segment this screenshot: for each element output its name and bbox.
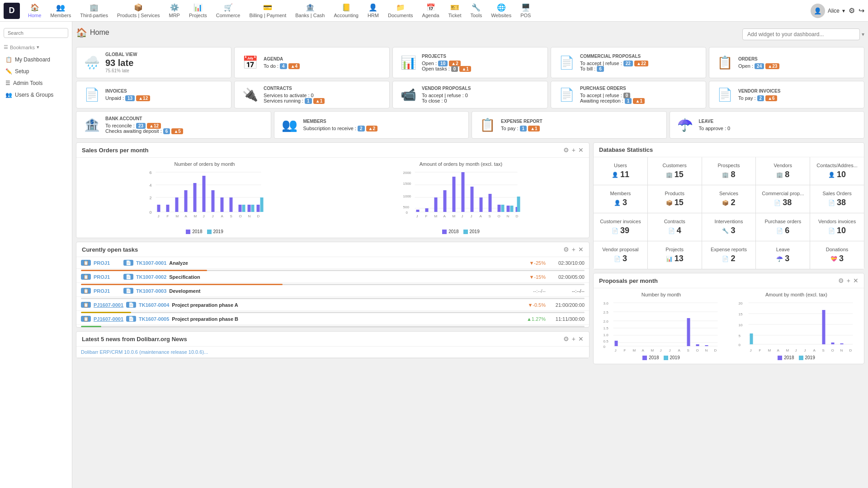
nav-item-projects[interactable]: 📊 Projects	[184, 1, 212, 20]
nav-item-ticket[interactable]: 🎫 Ticket	[444, 1, 466, 20]
svg-text:M: M	[194, 214, 197, 218]
sidebar-item-dashboard[interactable]: 📋 My Dashboard	[0, 54, 72, 66]
add-widget-input[interactable]	[742, 28, 860, 40]
sales-add-btn[interactable]: +	[572, 146, 576, 154]
task-ticket-id[interactable]: TK1007-0001	[136, 260, 166, 266]
projects-db-icon: 📊	[666, 256, 673, 262]
tasks-add-btn[interactable]: +	[572, 246, 576, 253]
card-contracts[interactable]: 🔌 CONTRACTS Services to activate : 0 Ser…	[234, 81, 390, 108]
stat-interventions[interactable]: Interventions 🔧3	[702, 213, 756, 241]
card-purchase-orders[interactable]: 📄 PURCHASE ORDERS To accept | refuse : 0…	[551, 81, 706, 108]
stat-contracts-db[interactable]: Contracts 📄4	[648, 213, 702, 241]
card-members[interactable]: 👥 MEMBERS Subscription to receive : 2 ▲2	[274, 111, 469, 139]
nav-item-websites[interactable]: 🌐 Websites	[486, 1, 516, 20]
sidebar-item-setup[interactable]: ✏️ Setup	[0, 66, 72, 77]
stat-commercial-prop[interactable]: Commercial prop... 📄38	[756, 185, 810, 213]
stat-customers[interactable]: Customers 🏢15	[648, 157, 702, 185]
card-commercial-proposals[interactable]: 📄 COMMERCIAL PROPOSALS To accept | refus…	[551, 47, 706, 78]
sidebar-item-admin-tools[interactable]: ☰ Admin Tools	[0, 77, 72, 89]
task-proj-id[interactable]: PJ1607-0001	[94, 302, 123, 308]
sidebar-item-users-groups[interactable]: 👥 Users & Groups	[0, 89, 72, 101]
svg-text:F: F	[759, 348, 761, 352]
nav-item-members[interactable]: 👥 Members	[46, 1, 75, 20]
card-leave[interactable]: ☂️ LEAVE To approve : 0	[670, 111, 865, 139]
task-ticket-id[interactable]: TK1607-0004	[139, 302, 169, 308]
news-settings-btn[interactable]: ⚙	[563, 335, 569, 343]
svg-text:O: O	[696, 348, 699, 352]
proposals-filter-btn[interactable]: ⚙	[838, 277, 844, 284]
card-vendor-invoices[interactable]: 📄 VENDOR INVOICES To pay : 2 ▲6	[709, 81, 864, 108]
bookmarks-label[interactable]: ☰ Bookmarks ▾	[4, 42, 68, 52]
card-bank-account[interactable]: 🏦 BANK ACCOUNT To reconcile : 23 ▲12 Che…	[76, 111, 271, 139]
stat-vendors-invoices[interactable]: Vendors invoices 📄10	[810, 213, 864, 241]
search-input[interactable]	[4, 28, 68, 38]
card-projects[interactable]: 📊 PROJECTS Open : 10 ▲2 Open tasks : 0 ▲…	[392, 47, 548, 78]
card-expense-report[interactable]: 📋 EXPENSE REPORT To pay : 1 ▲1	[472, 111, 667, 139]
nav-item-mrp[interactable]: ⚙️ MRP	[165, 1, 184, 20]
stat-sales-orders[interactable]: Sales Orders 📄38	[810, 185, 864, 213]
stat-expense-reports[interactable]: Expense reports 📄2	[702, 241, 756, 269]
stat-donations[interactable]: Donations 💝3	[810, 241, 864, 269]
admin-tools-icon: ☰	[5, 80, 10, 86]
nav-item-third-parties[interactable]: 🏢 Third-parties	[75, 1, 113, 20]
sales-close-btn[interactable]: ✕	[578, 146, 584, 154]
stat-members[interactable]: Members 👤3	[594, 185, 647, 213]
orders-card-icon: 📋	[716, 55, 734, 70]
nav-item-commerce[interactable]: 🛒 Commerce	[212, 1, 245, 20]
user-menu[interactable]: 👤 Alice ▾	[811, 4, 845, 18]
users-icon: 👤	[612, 172, 618, 178]
tasks-filter-btn[interactable]: ⚙	[563, 246, 569, 253]
stat-customer-invoices[interactable]: Customer invoices 📄39	[594, 213, 647, 241]
stat-projects-db[interactable]: Projects 📊13	[648, 241, 702, 269]
nav-item-tools[interactable]: 🔧 Tools	[466, 1, 486, 20]
stat-purchase-orders-db[interactable]: Purchase orders 📄6	[756, 213, 810, 241]
sidebar: ▾ ☰ Bookmarks ▾ 📋 My Dashboard ✏️ Setup …	[0, 22, 72, 488]
nav-item-agenda-label: Agenda	[422, 13, 439, 18]
task-proj-id[interactable]: PROJ1	[94, 288, 121, 294]
task-proj-id[interactable]: PROJ1	[94, 274, 121, 280]
nav-item-documents[interactable]: 📁 Documents	[383, 1, 418, 20]
add-widget-chevron[interactable]: ▾	[862, 31, 864, 38]
nav-item-products-services[interactable]: 📦 Products | Services	[113, 1, 165, 20]
vendor-proposals-icon: 📹	[399, 87, 417, 102]
contracts-running-alert: ▲1	[313, 98, 325, 104]
app-logo[interactable]: D	[4, 3, 20, 19]
stat-products[interactable]: Products 📦15	[648, 185, 702, 213]
task-ticket-id[interactable]: TK1607-0005	[139, 316, 169, 322]
stat-services-name: Services	[706, 191, 752, 196]
nav-item-agenda[interactable]: 📅 Agenda	[418, 1, 444, 20]
proposals-add-btn[interactable]: +	[847, 277, 850, 284]
task-proj-id[interactable]: PROJ1	[94, 260, 121, 266]
card-agenda[interactable]: 📅 AGENDA To do : 4 ▲4	[234, 47, 390, 78]
task-ticket-id[interactable]: TK1007-0002	[136, 274, 166, 280]
sales-filter-btn[interactable]: ⚙	[563, 146, 569, 154]
expense-pay: To pay : 1 ▲1	[501, 126, 660, 131]
card-vendor-proposals[interactable]: 📹 VENDOR PROPOSALS To accept | refuse : …	[392, 81, 548, 108]
stat-prospects[interactable]: Prospects 🏢8	[702, 157, 756, 185]
card-invoices[interactable]: 📄 INVOICES Unpaid : 13 ▲12	[76, 81, 231, 108]
nav-item-banks[interactable]: 🏦 Banks | Cash	[291, 1, 329, 20]
nav-item-hrm[interactable]: 👤 HRM	[363, 1, 383, 20]
news-item[interactable]: Dolibarr ERP/CRM 10.0.6 (maintenance rel…	[76, 347, 589, 358]
settings-icon[interactable]: ⚙	[849, 6, 855, 15]
stat-vendors[interactable]: Vendors 🏢8	[756, 157, 810, 185]
nav-item-accounting[interactable]: 📒 Accounting	[329, 1, 363, 20]
nav-item-pos[interactable]: 🖥️ POS	[516, 1, 535, 20]
task-ticket-id[interactable]: TK1007-0003	[136, 288, 166, 294]
card-orders[interactable]: 📋 ORDERS Open : 24 ▲23	[709, 47, 864, 78]
breadcrumb-home-icon[interactable]: 🏠	[76, 27, 87, 38]
logout-icon[interactable]: ↪	[859, 6, 864, 15]
proposals-close-btn[interactable]: ✕	[853, 277, 859, 284]
stat-services[interactable]: Services 📦2	[702, 185, 756, 213]
stat-contacts[interactable]: Contacts/Addres... 👤10	[810, 157, 864, 185]
nav-item-billing[interactable]: 💳 Billing | Payment	[245, 1, 291, 20]
news-close-btn[interactable]: ✕	[578, 335, 584, 343]
news-add-btn[interactable]: +	[572, 335, 576, 343]
nav-item-home[interactable]: 🏠 Home	[24, 1, 46, 20]
tasks-close-btn[interactable]: ✕	[578, 246, 584, 253]
stat-leave-db[interactable]: Leave ☂️3	[756, 241, 810, 269]
stat-users[interactable]: Users 👤11	[594, 157, 647, 185]
task-proj-id[interactable]: PJ1607-0001	[94, 316, 123, 322]
card-global-view[interactable]: 🌧️ GLOBAL VIEW 93 late 75.61% late	[76, 47, 231, 78]
stat-vendor-proposal[interactable]: Vendor proposal 📄3	[594, 241, 647, 269]
